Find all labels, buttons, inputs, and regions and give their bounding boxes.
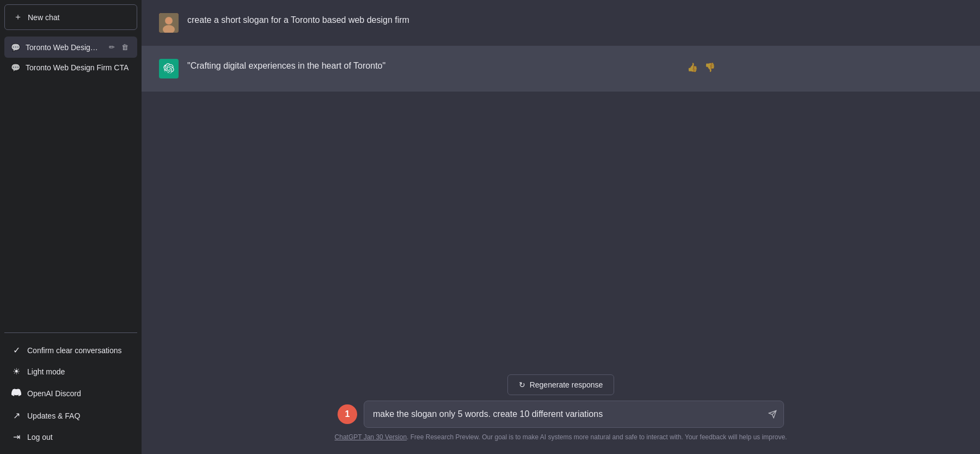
chat-item[interactable]: 💬 Toronto Web Design Firm CTA <box>4 58 137 77</box>
delete-chat-button[interactable]: 🗑 <box>119 42 131 52</box>
discord-action[interactable]: OpenAI Discord <box>4 382 137 405</box>
external-link-icon: ↗ <box>11 410 22 421</box>
sidebar-divider <box>4 332 137 333</box>
check-icon: ✓ <box>11 345 22 355</box>
user-number: 1 <box>345 409 350 419</box>
chat-messages: create a short slogan for a Toronto base… <box>142 0 980 366</box>
confirm-clear-label: Confirm clear conversations <box>27 346 122 355</box>
regenerate-icon: ↻ <box>519 380 525 389</box>
regenerate-label: Regenerate response <box>530 380 603 389</box>
light-mode-label: Light mode <box>27 367 65 376</box>
sidebar-bottom: ✓ Confirm clear conversations ☀ Light mo… <box>0 337 142 454</box>
ai-avatar <box>159 59 179 78</box>
light-mode-action[interactable]: ☀ Light mode <box>4 361 137 382</box>
thumbs-down-button[interactable]: 👎 <box>703 61 716 74</box>
send-button[interactable] <box>768 410 777 419</box>
footer-description: . Free Research Preview. Our goal is to … <box>407 433 787 441</box>
new-chat-button[interactable]: ＋ New chat <box>4 4 137 30</box>
logout-label: Log out <box>27 433 53 441</box>
updates-faq-action[interactable]: ↗ Updates & FAQ <box>4 405 137 426</box>
message-input-wrapper: make the slogan only 5 words. create 10 … <box>364 401 784 428</box>
chat-list: 💬 Toronto Web Design Sl ✏ 🗑 💬 Toronto We… <box>0 34 142 328</box>
assistant-message-text: "Crafting digital experiences in the hea… <box>187 59 677 73</box>
user-message-row: create a short slogan for a Toronto base… <box>142 0 980 46</box>
thumbs-up-button[interactable]: 👍 <box>686 61 699 74</box>
message-feedback-actions: 👍 👎 <box>686 61 716 74</box>
chat-icon: 💬 <box>11 43 20 52</box>
logout-action[interactable]: ⇥ Log out <box>4 426 137 447</box>
assistant-message-row: "Crafting digital experiences in the hea… <box>142 46 980 92</box>
main-panel: create a short slogan for a Toronto base… <box>142 0 980 454</box>
plus-icon: ＋ <box>14 11 22 23</box>
chat-item[interactable]: 💬 Toronto Web Design Sl ✏ 🗑 <box>4 37 137 58</box>
updates-faq-label: Updates & FAQ <box>27 411 80 420</box>
chat-label: Toronto Web Design Firm CTA <box>26 63 131 72</box>
discord-label: OpenAI Discord <box>27 389 81 398</box>
svg-point-3 <box>166 17 172 24</box>
sidebar: ＋ New chat 💬 Toronto Web Design Sl ✏ 🗑 💬… <box>0 0 142 454</box>
logout-icon: ⇥ <box>11 432 22 442</box>
input-area: ↻ Regenerate response 1 make the slogan … <box>142 366 980 454</box>
discord-icon <box>11 388 22 399</box>
input-row: 1 make the slogan only 5 words. create 1… <box>338 401 784 428</box>
user-message-text: create a short slogan for a Toronto base… <box>187 13 677 27</box>
user-avatar <box>159 13 179 33</box>
chat-label: Toronto Web Design Sl <box>26 43 101 52</box>
regenerate-button[interactable]: ↻ Regenerate response <box>507 374 615 395</box>
new-chat-label: New chat <box>28 13 59 22</box>
user-number-badge: 1 <box>338 404 357 424</box>
sun-icon: ☀ <box>11 366 22 377</box>
chat-actions: ✏ 🗑 <box>107 42 131 52</box>
version-link[interactable]: ChatGPT Jan 30 Version <box>335 433 407 441</box>
chat-icon: 💬 <box>11 63 20 72</box>
edit-chat-button[interactable]: ✏ <box>107 42 117 52</box>
confirm-clear-action[interactable]: ✓ Confirm clear conversations <box>4 340 137 361</box>
message-input[interactable]: make the slogan only 5 words. create 10 … <box>373 408 757 421</box>
footer-text: ChatGPT Jan 30 Version. Free Research Pr… <box>335 433 787 441</box>
